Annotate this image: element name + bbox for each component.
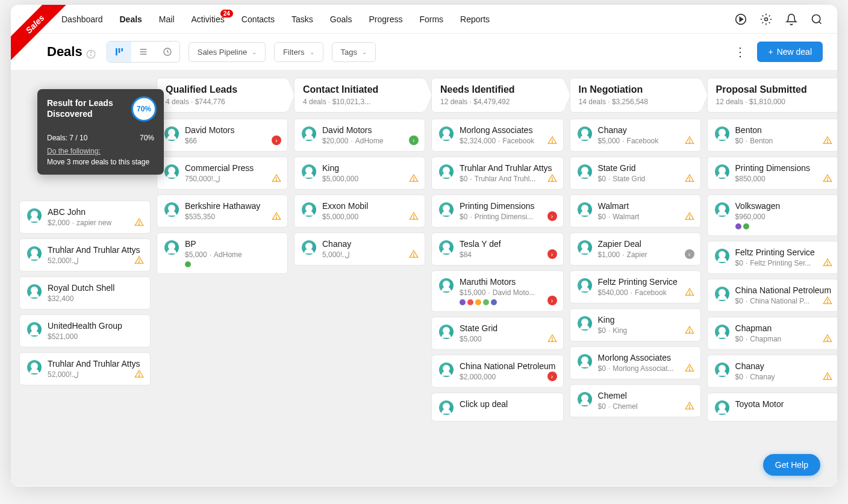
tags-dropdown[interactable]: Tags⌄ [332,42,376,62]
deal-card[interactable]: David Motors $66 › [157,119,288,152]
nav-mail[interactable]: Mail [159,14,175,24]
deal-card[interactable]: Benton $0·Benton [707,119,837,152]
deal-card[interactable]: Truhlar And Truhlar Attys 52,000!.ل [19,352,151,385]
nav-goals[interactable]: Goals [330,14,352,24]
deal-card[interactable]: Tesla Y def $84 › [431,232,564,266]
deal-title: King [322,163,417,173]
deal-title: Commercial Press [185,163,280,173]
card-body: Maruthi Motors $15,000·David Moto... [460,277,556,305]
svg-rect-8 [116,48,117,55]
card-body: Morlong Associates $2,324,000·Facebook [460,125,556,145]
deal-title: Truhlar And Truhlar Attys [460,163,556,173]
play-icon[interactable] [735,13,747,25]
card-body: Volkswagen $960,000 [735,201,832,229]
deal-card[interactable]: Feltz Printing Service $540,000·Facebook [570,270,701,303]
deal-card[interactable]: Commercial Press 750,000!.ل [157,157,288,190]
avatar [439,400,454,415]
deal-card[interactable]: Morlong Associates $2,324,000·Facebook [431,119,564,152]
deal-card[interactable]: Chanay $0·Chanay [707,355,837,388]
deal-card[interactable]: Chanay 5,000!.ل [294,232,425,266]
deal-card[interactable]: China National Petroleum $0·China Nation… [707,279,837,312]
deals-pct: 70% [140,134,154,142]
get-help-button[interactable]: Get Help [763,454,820,476]
nav-deals[interactable]: Deals [120,14,142,24]
column-header[interactable]: Qualified Leads4 deals · $744,776 [157,78,288,113]
search-icon[interactable] [811,13,823,25]
deal-card[interactable]: Truhlar And Truhlar Attys 52,000!.ل [19,238,151,272]
warning-icon [685,325,694,335]
deal-card[interactable]: Feltz Printing Service $0·Feltz Printing… [707,241,837,274]
card-body: UnitedHealth Group $521,000 [48,321,143,341]
card-body: Toyota Motor [735,399,832,415]
nav-progress[interactable]: Progress [369,14,402,24]
card-body: China National Petroleum $0·China Nation… [735,285,832,305]
deal-meta: 5,000!.ل [322,250,417,259]
deal-card[interactable]: Chanay $5,000·Facebook [570,119,701,152]
deal-title: Zapier Deal [598,239,693,249]
pipeline-dropdown[interactable]: Sales Pipeline⌄ [189,42,266,62]
deal-card[interactable]: Berkshire Hathaway $535,350 [157,194,288,228]
deal-card[interactable]: Chapman $0·Chapman [707,317,837,350]
deal-meta: $32,400 [48,294,143,303]
kanban-view-button[interactable] [107,42,131,62]
column-cards: Chanay $5,000·Facebook State Grid $0·Sta… [570,119,701,417]
deal-card[interactable]: Toyota Motor [707,393,837,422]
nav-tasks[interactable]: Tasks [292,14,313,24]
deal-title: Toyota Motor [735,399,832,409]
deal-card[interactable]: King $0·King [570,308,701,341]
card-body: Exxon Mobil $5,000,000 [322,201,417,221]
avatar [164,240,179,255]
svg-point-2 [765,17,768,20]
nav-reports[interactable]: Reports [460,14,490,24]
deal-card[interactable]: Zapier Deal $1,000·Zapier › [570,232,701,266]
filters-dropdown[interactable]: Filters⌄ [274,42,323,62]
bell-icon[interactable] [785,13,797,25]
deal-card[interactable]: State Grid $0·State Grid [570,157,701,190]
column-header[interactable]: Contact Initiated4 deals · $10,021,3... [294,78,425,113]
deal-card[interactable]: Printing Dimensions $850,000 [707,157,837,190]
column-header[interactable]: In Negotiation14 deals · $3,256,548 [570,78,701,113]
deal-card[interactable]: Volkswagen $960,000 [707,194,837,236]
nav-contacts[interactable]: Contacts [242,14,275,24]
deal-card[interactable]: China National Petroleum $2,000,000 › [431,355,564,388]
svg-point-40 [689,180,690,181]
avatar [578,392,592,406]
warning-icon [547,334,557,343]
deal-card[interactable]: Walmart $0·Walmart [570,194,701,228]
svg-point-42 [689,218,690,219]
nav-activities[interactable]: Activities 24 [192,14,225,24]
warning-icon [823,135,832,145]
deal-card[interactable]: King $5,000,000 [294,157,425,190]
deal-title: Truhlar And Truhlar Attys [48,359,143,369]
deal-card[interactable]: ABC John $2,000·zapier new [19,201,151,234]
deal-card[interactable]: Morlong Associates $0·Morlong Associat..… [570,346,701,379]
info-icon[interactable] [86,47,96,57]
deal-meta: $0·Printing Dimensi... [460,213,556,221]
timeline-view-button[interactable] [155,42,179,62]
deal-card[interactable]: UnitedHealth Group $521,000 [19,314,151,347]
deal-card[interactable]: Exxon Mobil $5,000,000 [294,194,425,228]
deal-card[interactable]: Maruthi Motors $15,000·David Moto... › [431,270,564,312]
gear-icon[interactable] [760,13,772,25]
app-window: Sales Dashboard Deals Mail Activities 24… [11,5,837,487]
deal-card[interactable]: State Grid $5,000 [431,317,564,350]
stage-tooltip: Result for Leads Discovered 70% Deals: 7… [37,89,164,175]
list-view-button[interactable] [131,42,155,62]
svg-point-7 [90,52,91,52]
deal-meta: $521,000 [48,332,143,341]
deal-card[interactable]: Chemel $0·Chemel [570,384,701,417]
deal-card[interactable]: Truhlar And Truhlar Attys $0·Truhlar And… [431,157,564,190]
avatar [578,278,592,293]
column-header[interactable]: Proposal Submitted12 deals · $1,810,000 [707,78,837,113]
more-options-button[interactable]: ⋮ [734,45,746,59]
new-deal-button[interactable]: +New deal [757,42,823,62]
deal-card[interactable]: Royal Dutch Shell $32,400 [19,276,151,310]
deal-card[interactable]: Click up deal [431,393,564,422]
deal-card[interactable]: Printing Dimensions $0·Printing Dimensi.… [431,194,564,228]
deal-card[interactable]: David Motors $20,000·AdHome › [294,119,425,152]
tooltip-instruction-link[interactable]: Do the following: [47,147,154,155]
card-body: Berkshire Hathaway $535,350 [185,201,280,221]
column-header[interactable]: Needs Identified12 deals · $4,479,492 [431,78,564,113]
nav-forms[interactable]: Forms [419,14,443,24]
deal-card[interactable]: BP $5,000·AdHome [157,232,288,274]
